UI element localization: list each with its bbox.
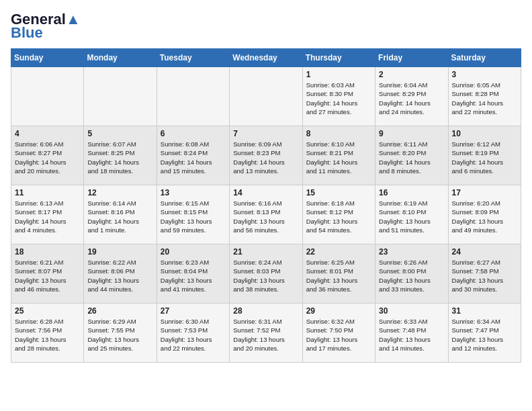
day-info: Sunrise: 6:26 AM Sunset: 8:00 PM Dayligh… <box>379 258 444 293</box>
day-info: Sunrise: 6:10 AM Sunset: 8:21 PM Dayligh… <box>306 140 371 175</box>
day-cell: 19Sunrise: 6:22 AM Sunset: 8:06 PM Dayli… <box>84 244 157 304</box>
day-number: 7 <box>233 129 298 138</box>
day-number: 22 <box>306 247 371 257</box>
day-cell <box>157 67 229 126</box>
day-number: 2 <box>379 70 444 79</box>
header-day-wednesday: Wednesday <box>230 49 302 67</box>
day-number: 8 <box>306 129 371 138</box>
day-number: 3 <box>452 70 517 79</box>
day-cell: 6Sunrise: 6:08 AM Sunset: 8:24 PM Daylig… <box>157 126 229 185</box>
day-info: Sunrise: 6:18 AM Sunset: 8:12 PM Dayligh… <box>306 199 371 234</box>
day-info: Sunrise: 6:30 AM Sunset: 7:53 PM Dayligh… <box>161 317 226 353</box>
day-info: Sunrise: 6:20 AM Sunset: 8:09 PM Dayligh… <box>452 199 517 234</box>
day-cell: 3Sunrise: 6:05 AM Sunset: 8:28 PM Daylig… <box>448 67 521 126</box>
day-number: 9 <box>379 129 444 138</box>
day-info: Sunrise: 6:21 AM Sunset: 8:07 PM Dayligh… <box>15 258 80 293</box>
day-cell: 7Sunrise: 6:09 AM Sunset: 8:23 PM Daylig… <box>230 126 302 185</box>
day-cell: 25Sunrise: 6:28 AM Sunset: 7:56 PM Dayli… <box>11 304 84 363</box>
day-info: Sunrise: 6:31 AM Sunset: 7:52 PM Dayligh… <box>233 317 298 353</box>
day-cell: 17Sunrise: 6:20 AM Sunset: 8:09 PM Dayli… <box>448 185 521 244</box>
day-cell: 10Sunrise: 6:12 AM Sunset: 8:19 PM Dayli… <box>448 126 521 185</box>
header-day-monday: Monday <box>84 49 157 67</box>
day-cell: 16Sunrise: 6:19 AM Sunset: 8:10 PM Dayli… <box>375 185 448 244</box>
day-number: 5 <box>87 129 152 138</box>
week-row-3: 11Sunrise: 6:13 AM Sunset: 8:17 PM Dayli… <box>11 185 521 244</box>
day-cell: 28Sunrise: 6:31 AM Sunset: 7:52 PM Dayli… <box>230 304 302 363</box>
day-info: Sunrise: 6:33 AM Sunset: 7:48 PM Dayligh… <box>379 317 444 353</box>
page-header: General▲ Blue <box>11 11 521 42</box>
day-info: Sunrise: 6:07 AM Sunset: 8:25 PM Dayligh… <box>87 140 152 175</box>
day-info: Sunrise: 6:15 AM Sunset: 8:15 PM Dayligh… <box>161 199 226 234</box>
header-day-tuesday: Tuesday <box>157 49 229 67</box>
day-cell: 14Sunrise: 6:16 AM Sunset: 8:13 PM Dayli… <box>230 185 302 244</box>
day-number: 24 <box>452 247 517 257</box>
day-info: Sunrise: 6:06 AM Sunset: 8:27 PM Dayligh… <box>15 140 80 175</box>
day-cell: 11Sunrise: 6:13 AM Sunset: 8:17 PM Dayli… <box>11 185 84 244</box>
day-cell: 21Sunrise: 6:24 AM Sunset: 8:03 PM Dayli… <box>230 244 302 304</box>
day-cell: 31Sunrise: 6:34 AM Sunset: 7:47 PM Dayli… <box>448 304 521 363</box>
calendar-header-row: SundayMondayTuesdayWednesdayThursdayFrid… <box>11 49 521 67</box>
day-number: 31 <box>452 306 517 316</box>
day-info: Sunrise: 6:09 AM Sunset: 8:23 PM Dayligh… <box>233 140 298 175</box>
day-cell: 18Sunrise: 6:21 AM Sunset: 8:07 PM Dayli… <box>11 244 84 304</box>
day-cell: 15Sunrise: 6:18 AM Sunset: 8:12 PM Dayli… <box>302 185 375 244</box>
day-info: Sunrise: 6:14 AM Sunset: 8:16 PM Dayligh… <box>87 199 152 234</box>
day-info: Sunrise: 6:27 AM Sunset: 7:58 PM Dayligh… <box>452 258 517 293</box>
day-cell: 30Sunrise: 6:33 AM Sunset: 7:48 PM Dayli… <box>375 304 448 363</box>
day-cell: 24Sunrise: 6:27 AM Sunset: 7:58 PM Dayli… <box>448 244 521 304</box>
day-cell: 22Sunrise: 6:25 AM Sunset: 8:01 PM Dayli… <box>302 244 375 304</box>
day-cell: 27Sunrise: 6:30 AM Sunset: 7:53 PM Dayli… <box>157 304 229 363</box>
day-number: 10 <box>452 129 517 138</box>
day-cell <box>11 67 84 126</box>
day-cell <box>84 67 157 126</box>
week-row-4: 18Sunrise: 6:21 AM Sunset: 8:07 PM Dayli… <box>11 244 521 304</box>
header-day-sunday: Sunday <box>11 49 84 67</box>
header-day-saturday: Saturday <box>448 49 521 67</box>
day-cell: 2Sunrise: 6:04 AM Sunset: 8:29 PM Daylig… <box>375 67 448 126</box>
day-info: Sunrise: 6:32 AM Sunset: 7:50 PM Dayligh… <box>306 317 371 353</box>
day-info: Sunrise: 6:03 AM Sunset: 8:30 PM Dayligh… <box>306 81 371 116</box>
day-number: 6 <box>161 129 226 138</box>
day-number: 20 <box>161 247 226 257</box>
day-info: Sunrise: 6:29 AM Sunset: 7:55 PM Dayligh… <box>87 317 152 353</box>
day-cell <box>230 67 302 126</box>
calendar-table: SundayMondayTuesdayWednesdayThursdayFrid… <box>11 48 521 363</box>
calendar-body: 1Sunrise: 6:03 AM Sunset: 8:30 PM Daylig… <box>11 67 521 363</box>
day-cell: 9Sunrise: 6:11 AM Sunset: 8:20 PM Daylig… <box>375 126 448 185</box>
day-number: 28 <box>233 306 298 316</box>
day-cell: 8Sunrise: 6:10 AM Sunset: 8:21 PM Daylig… <box>302 126 375 185</box>
day-number: 30 <box>379 306 444 316</box>
day-cell: 4Sunrise: 6:06 AM Sunset: 8:27 PM Daylig… <box>11 126 84 185</box>
day-info: Sunrise: 6:12 AM Sunset: 8:19 PM Dayligh… <box>452 140 517 175</box>
day-info: Sunrise: 6:19 AM Sunset: 8:10 PM Dayligh… <box>379 199 444 234</box>
day-number: 26 <box>87 306 152 316</box>
header-day-thursday: Thursday <box>302 49 375 67</box>
day-number: 17 <box>452 188 517 197</box>
day-number: 16 <box>379 188 444 197</box>
day-number: 19 <box>87 247 152 257</box>
day-number: 4 <box>15 129 80 138</box>
day-info: Sunrise: 6:04 AM Sunset: 8:29 PM Dayligh… <box>379 81 444 116</box>
day-number: 18 <box>15 247 80 257</box>
day-cell: 29Sunrise: 6:32 AM Sunset: 7:50 PM Dayli… <box>302 304 375 363</box>
day-number: 27 <box>161 306 226 316</box>
day-cell: 23Sunrise: 6:26 AM Sunset: 8:00 PM Dayli… <box>375 244 448 304</box>
week-row-5: 25Sunrise: 6:28 AM Sunset: 7:56 PM Dayli… <box>11 304 521 363</box>
day-cell: 12Sunrise: 6:14 AM Sunset: 8:16 PM Dayli… <box>84 185 157 244</box>
day-number: 23 <box>379 247 444 257</box>
day-info: Sunrise: 6:13 AM Sunset: 8:17 PM Dayligh… <box>15 199 80 234</box>
day-info: Sunrise: 6:25 AM Sunset: 8:01 PM Dayligh… <box>306 258 371 293</box>
week-row-2: 4Sunrise: 6:06 AM Sunset: 8:27 PM Daylig… <box>11 126 521 185</box>
day-number: 12 <box>87 188 152 197</box>
day-number: 21 <box>233 247 298 257</box>
day-info: Sunrise: 6:05 AM Sunset: 8:28 PM Dayligh… <box>452 81 517 116</box>
day-number: 15 <box>306 188 371 197</box>
day-cell: 26Sunrise: 6:29 AM Sunset: 7:55 PM Dayli… <box>84 304 157 363</box>
day-number: 11 <box>15 188 80 197</box>
day-info: Sunrise: 6:28 AM Sunset: 7:56 PM Dayligh… <box>15 317 80 353</box>
logo-blue: Blue <box>11 24 43 42</box>
header-day-friday: Friday <box>375 49 448 67</box>
day-info: Sunrise: 6:24 AM Sunset: 8:03 PM Dayligh… <box>233 258 298 293</box>
day-cell: 1Sunrise: 6:03 AM Sunset: 8:30 PM Daylig… <box>302 67 375 126</box>
day-info: Sunrise: 6:22 AM Sunset: 8:06 PM Dayligh… <box>87 258 152 293</box>
